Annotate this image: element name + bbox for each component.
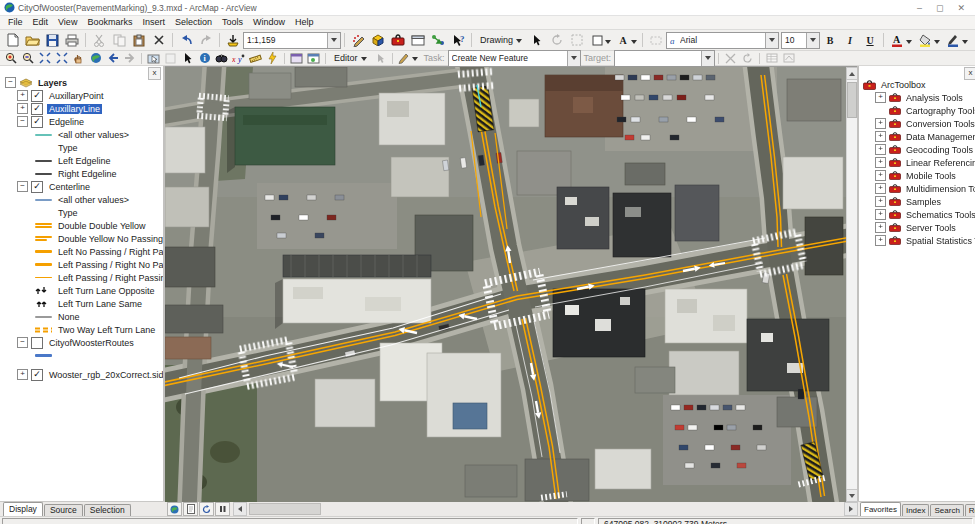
layer-checkbox[interactable]: ✓: [31, 369, 43, 381]
zoom-in-icon[interactable]: [2, 51, 19, 66]
menu-help[interactable]: Help: [290, 16, 319, 29]
toolbox-item[interactable]: +Analysis Tools: [871, 91, 975, 104]
bold-button[interactable]: B: [820, 30, 840, 50]
tab-display[interactable]: Display: [3, 502, 43, 516]
menu-edit[interactable]: Edit: [28, 16, 54, 29]
commandline-window-icon[interactable]: [408, 30, 428, 50]
measure-icon[interactable]: [247, 51, 264, 66]
undo-icon[interactable]: [176, 30, 196, 50]
go-to-xy-icon[interactable]: xy: [230, 51, 247, 66]
font-combo[interactable]: a Arial: [666, 32, 779, 49]
horizontal-scroll-thumb[interactable]: [249, 503, 321, 515]
shape-tool-button[interactable]: [587, 30, 607, 50]
collapse-icon[interactable]: −: [17, 116, 28, 127]
edit-vertices-icon[interactable]: [646, 30, 666, 50]
layer-cityofwoosterroutes[interactable]: − CityofWoosterRoutes: [12, 336, 163, 349]
fixed-zoom-in-icon[interactable]: [36, 51, 53, 66]
menu-insert[interactable]: Insert: [137, 16, 170, 29]
select-elements-arrow-icon[interactable]: [179, 51, 196, 66]
tab-index[interactable]: Index: [902, 504, 930, 516]
chevron-down-icon[interactable]: [765, 33, 778, 48]
expand-icon[interactable]: +: [875, 131, 886, 142]
copy-icon[interactable]: [109, 30, 129, 50]
toolbox-item[interactable]: +Linear Referencing Tools: [871, 156, 975, 169]
expand-icon[interactable]: +: [875, 209, 886, 220]
menu-tools[interactable]: Tools: [217, 16, 248, 29]
add-data-icon[interactable]: [223, 30, 243, 50]
hyperlink-icon[interactable]: [264, 51, 281, 66]
italic-button[interactable]: I: [840, 30, 860, 50]
arccatalog-icon[interactable]: [368, 30, 388, 50]
full-extent-icon[interactable]: [87, 51, 104, 66]
save-icon[interactable]: [42, 30, 62, 50]
print-icon[interactable]: [62, 30, 82, 50]
expand-icon[interactable]: +: [875, 170, 886, 181]
sketch-properties-icon[interactable]: [780, 51, 797, 66]
toolbox-item[interactable]: +Samples: [871, 195, 975, 208]
collapse-icon[interactable]: −: [17, 337, 28, 348]
sketch-tool-icon[interactable]: [396, 51, 413, 66]
data-view-button[interactable]: [167, 502, 182, 516]
expand-icon[interactable]: +: [875, 118, 886, 129]
collapse-icon[interactable]: −: [5, 77, 16, 88]
select-features-icon[interactable]: [145, 51, 162, 66]
select-elements-icon[interactable]: [527, 30, 547, 50]
font-color-button[interactable]: A: [887, 30, 907, 50]
html-popup-icon[interactable]: [288, 51, 305, 66]
modelbuilder-icon[interactable]: [428, 30, 448, 50]
expand-icon[interactable]: +: [875, 157, 886, 168]
close-icon[interactable]: x: [148, 67, 161, 80]
toolbox-item[interactable]: +Conversion Tools: [871, 117, 975, 130]
marker-color-button[interactable]: [971, 30, 975, 50]
scroll-left-icon[interactable]: [233, 502, 247, 516]
layer-auxillaryline[interactable]: + ✓ AuxillaryLine: [12, 102, 163, 115]
new-document-icon[interactable]: [2, 30, 22, 50]
split-tool-icon[interactable]: [722, 51, 739, 66]
zoom-to-selected-icon[interactable]: [567, 30, 587, 50]
toolbox-item[interactable]: +Data Management Tools: [871, 130, 975, 143]
expand-icon[interactable]: +: [875, 222, 886, 233]
map-scale-combo[interactable]: 1:1,159: [243, 32, 341, 49]
close-icon[interactable]: x: [964, 67, 975, 80]
edit-tool-icon[interactable]: [372, 51, 389, 66]
minimize-button[interactable]: –: [917, 3, 922, 13]
tab-selection[interactable]: Selection: [84, 504, 131, 516]
tab-source[interactable]: Source: [44, 504, 83, 516]
menu-selection[interactable]: Selection: [170, 16, 217, 29]
line-color-dd-icon[interactable]: [962, 40, 968, 47]
layer-checkbox[interactable]: ✓: [31, 116, 43, 128]
toolbox-item[interactable]: +Server Tools: [871, 221, 975, 234]
paste-icon[interactable]: [129, 30, 149, 50]
underline-button[interactable]: U: [860, 30, 880, 50]
chevron-down-icon[interactable]: [327, 33, 340, 48]
open-folder-icon[interactable]: [22, 30, 42, 50]
expand-icon[interactable]: +: [875, 235, 886, 246]
layer-checkbox[interactable]: ✓: [31, 90, 43, 102]
viewer-window-icon[interactable]: [305, 51, 322, 66]
whats-this-icon[interactable]: ?: [448, 30, 468, 50]
toolbox-item[interactable]: +Geocoding Tools: [871, 143, 975, 156]
tab-search[interactable]: Search: [930, 504, 963, 516]
toolbox-item[interactable]: +Spatial Statistics Tools: [871, 234, 975, 247]
shape-tool-dd-icon[interactable]: [605, 40, 611, 47]
back-extent-icon[interactable]: [104, 51, 121, 66]
layout-view-button[interactable]: [183, 502, 198, 516]
rotate-element-icon[interactable]: [547, 30, 567, 50]
redo-icon[interactable]: [196, 30, 216, 50]
tab-results[interactable]: Results: [965, 504, 975, 516]
refresh-view-button[interactable]: [199, 502, 214, 516]
text-tool-dd-icon[interactable]: [631, 40, 637, 47]
map-vertical-scrollbar[interactable]: [846, 67, 857, 502]
scroll-right-icon[interactable]: [844, 502, 858, 516]
layer-edgeline[interactable]: − ✓ Edgeline: [12, 115, 163, 128]
find-icon[interactable]: [213, 51, 230, 66]
identify-icon[interactable]: i: [196, 51, 213, 66]
fill-color-button[interactable]: [915, 30, 935, 50]
expand-icon[interactable]: +: [17, 369, 28, 380]
vertical-scroll-thumb[interactable]: [847, 82, 857, 118]
forward-extent-icon[interactable]: [121, 51, 138, 66]
expand-icon[interactable]: +: [875, 196, 886, 207]
chevron-down-icon[interactable]: [701, 51, 714, 66]
expand-icon[interactable]: +: [17, 90, 28, 101]
task-combo[interactable]: Create New Feature: [448, 50, 581, 67]
